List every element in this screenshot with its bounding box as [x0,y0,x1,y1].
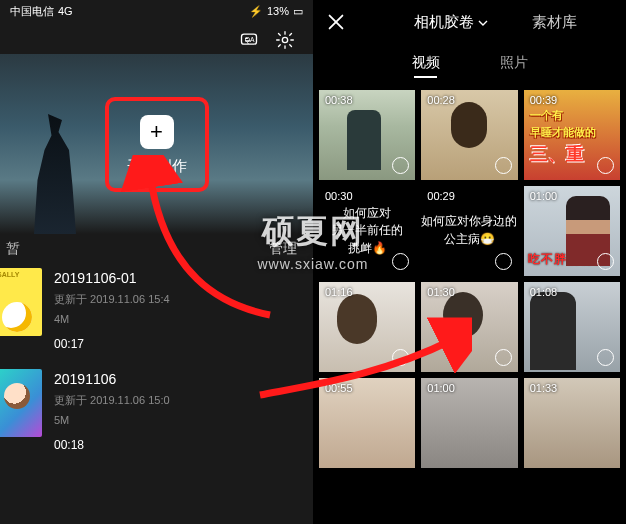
hero-area: + 开始创作 [0,54,313,234]
cell-duration: 00:38 [325,94,353,106]
select-circle[interactable] [495,157,512,174]
plus-icon: + [140,115,174,149]
media-cell[interactable]: 01:08 [524,282,620,372]
media-cell[interactable]: 01:00 吃不胖的秘密 [524,186,620,276]
manage-button[interactable]: 管理 [269,240,297,258]
media-cell[interactable]: 00:55 [319,378,415,468]
select-circle[interactable] [392,253,409,270]
close-icon[interactable] [325,11,347,33]
media-cell[interactable]: 01:16 [319,282,415,372]
draft-duration: 00:18 [54,438,170,452]
signal-label: 4G [58,5,73,17]
carrier-label: 中国电信 [10,4,54,19]
media-cell[interactable]: 00:38 [319,90,415,180]
media-cell[interactable]: 00:29 如何应对你身边的 公主病😷 [421,186,517,276]
media-cell[interactable]: 00:39 一个有 早睡才能做的 三、重 [524,90,620,180]
tab-camera-roll[interactable]: 相机胶卷 [414,13,488,32]
media-grid: 00:38 00:28 00:39 一个有 早睡才能做的 三、重 00:30 如… [313,78,626,468]
draft-title: 20191106-01 [54,270,170,286]
subtab-video[interactable]: 视频 [412,54,440,72]
start-create-button[interactable]: + 开始创作 [105,97,209,192]
draft-thumb [0,369,42,437]
draft-thumb [0,268,42,336]
svg-text:QA: QA [245,36,255,44]
media-cell[interactable]: 01:30 [421,282,517,372]
media-cell[interactable]: 00:28 [421,90,517,180]
select-circle[interactable] [597,253,614,270]
status-bar: 中国电信 4G ⚡13% ▭ [0,0,313,22]
drafts-header: 暂 管理 [0,234,313,268]
media-cell[interactable]: 00:30 如何应对 另一半前任的 挑衅🔥 [319,186,415,276]
gear-icon[interactable] [275,30,295,54]
chevron-down-icon [478,14,488,31]
select-circle[interactable] [495,253,512,270]
subtab-photo[interactable]: 照片 [500,54,528,72]
start-create-label: 开始创作 [127,157,187,176]
qa-icon[interactable]: QA [239,30,259,54]
draft-duration: 00:17 [54,337,170,351]
tab-material-lib[interactable]: 素材库 [532,13,577,32]
select-circle[interactable] [597,157,614,174]
select-circle[interactable] [495,349,512,366]
select-circle[interactable] [597,349,614,366]
svg-point-2 [282,37,287,42]
left-panel: 中国电信 4G ⚡13% ▭ QA + 开始创作 [0,0,313,524]
select-circle[interactable] [392,349,409,366]
right-panel: 相机胶卷 素材库 视频 照片 00:38 00:28 [313,0,626,524]
draft-item[interactable]: 20191106 更新于 2019.11.06 15:0 5M 00:18 [0,369,313,470]
drafts-title: 暂 [6,240,20,258]
draft-title: 20191106 [54,371,170,387]
media-cell[interactable]: 01:33 [524,378,620,468]
select-circle[interactable] [392,157,409,174]
battery-label: 13% [267,5,289,17]
draft-item[interactable]: 20191106-01 更新于 2019.11.06 15:4 4M 00:17 [0,268,313,369]
media-cell[interactable]: 01:00 [421,378,517,468]
